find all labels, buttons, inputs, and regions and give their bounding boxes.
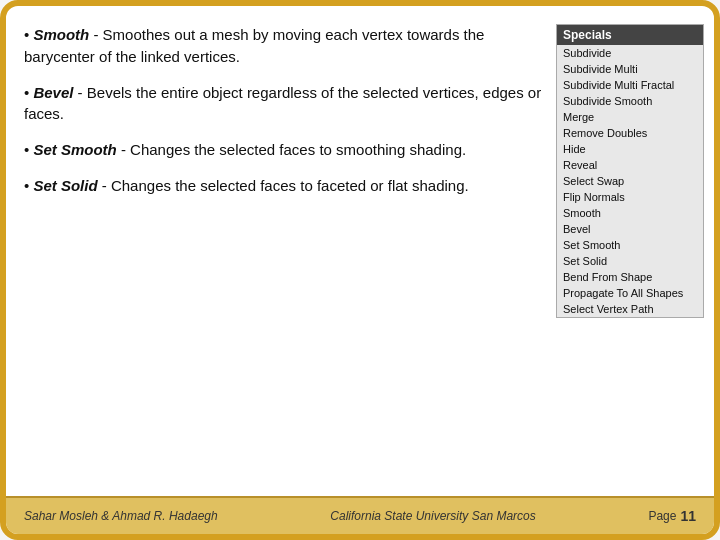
page-label: Page xyxy=(648,509,676,523)
specials-item-flip-normals[interactable]: Flip Normals xyxy=(557,189,703,205)
specials-item-select-swap[interactable]: Select Swap xyxy=(557,173,703,189)
bullet-set-smooth: • Set Smooth - Changes the selected face… xyxy=(24,139,546,161)
specials-item-merge[interactable]: Merge xyxy=(557,109,703,125)
specials-panel: Specials Subdivide Subdivide Multi Subdi… xyxy=(556,24,704,318)
specials-item-hide[interactable]: Hide xyxy=(557,141,703,157)
text-set-smooth: - Changes the selected faces to smoothin… xyxy=(117,141,466,158)
specials-item-set-smooth[interactable]: Set Smooth xyxy=(557,237,703,253)
main-content: • Smooth - Smoothes out a mesh by moving… xyxy=(6,6,714,496)
specials-item-remove-doubles[interactable]: Remove Doubles xyxy=(557,125,703,141)
specials-item-bend-from-shape[interactable]: Bend From Shape xyxy=(557,269,703,285)
footer-author: Sahar Mosleh & Ahmad R. Hadaegh xyxy=(24,509,218,523)
bullet-set-solid: • Set Solid - Changes the selected faces… xyxy=(24,175,546,197)
keyword-bevel: Bevel xyxy=(33,84,73,101)
page-number: 11 xyxy=(680,508,696,524)
specials-item-reveal[interactable]: Reveal xyxy=(557,157,703,173)
text-area: • Smooth - Smoothes out a mesh by moving… xyxy=(24,24,556,486)
slide: • Smooth - Smoothes out a mesh by moving… xyxy=(0,0,720,540)
text-bevel: - Bevels the entire object regardless of… xyxy=(24,84,541,123)
keyword-smooth: Smooth xyxy=(33,26,89,43)
specials-item-smooth[interactable]: Smooth xyxy=(557,205,703,221)
specials-item-subdivide-multi[interactable]: Subdivide Multi xyxy=(557,61,703,77)
specials-item-propagate-to-all-shapes[interactable]: Propagate To All Shapes xyxy=(557,285,703,301)
bullet-smooth: • Smooth - Smoothes out a mesh by moving… xyxy=(24,24,546,68)
footer: Sahar Mosleh & Ahmad R. Hadaegh Californ… xyxy=(6,496,714,534)
keyword-set-smooth: Set Smooth xyxy=(33,141,116,158)
footer-university: California State University San Marcos xyxy=(330,509,535,523)
specials-item-subdivide-multi-fractal[interactable]: Subdivide Multi Fractal xyxy=(557,77,703,93)
specials-item-subdivide-smooth[interactable]: Subdivide Smooth xyxy=(557,93,703,109)
bullet-bevel: • Bevel - Bevels the entire object regar… xyxy=(24,82,546,126)
text-smooth: - Smoothes out a mesh by moving each ver… xyxy=(24,26,484,65)
text-set-solid: - Changes the selected faces to faceted … xyxy=(98,177,469,194)
specials-item-subdivide[interactable]: Subdivide xyxy=(557,45,703,61)
specials-item-select-vertex-path[interactable]: Select Vertex Path xyxy=(557,301,703,317)
specials-title: Specials xyxy=(557,25,703,45)
specials-item-bevel[interactable]: Bevel xyxy=(557,221,703,237)
keyword-set-solid: Set Solid xyxy=(33,177,97,194)
specials-item-set-solid[interactable]: Set Solid xyxy=(557,253,703,269)
footer-page: Page 11 xyxy=(648,508,696,524)
